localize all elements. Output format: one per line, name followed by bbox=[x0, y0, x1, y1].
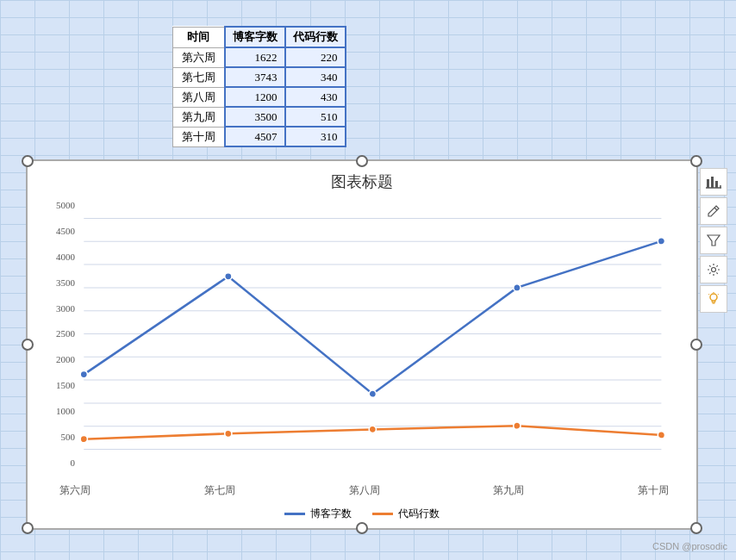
handle-bottom-right[interactable] bbox=[690, 522, 702, 534]
handle-bottom-mid[interactable] bbox=[356, 522, 368, 534]
watermark: CSDN @prosodic bbox=[652, 541, 727, 551]
y-label-2000: 2000 bbox=[32, 354, 75, 364]
svg-marker-27 bbox=[708, 235, 720, 246]
handle-top-right[interactable] bbox=[690, 155, 702, 167]
y-label-5000: 5000 bbox=[32, 200, 75, 210]
table-cell: 第八周 bbox=[173, 87, 225, 107]
legend-blog-line bbox=[284, 513, 305, 515]
svg-point-20 bbox=[658, 432, 664, 439]
x-label-week6: 第六周 bbox=[49, 483, 101, 498]
idea-icon bbox=[707, 292, 720, 306]
data-table-container: 时间 博客字数 代码行数 第六周1622220第七周3743340第八周1200… bbox=[172, 26, 346, 147]
table-cell: 第七周 bbox=[173, 67, 225, 87]
y-label-2500: 2500 bbox=[32, 328, 75, 339]
table-cell: 第六周 bbox=[173, 47, 225, 67]
legend-blog-label: 博客字数 bbox=[310, 507, 352, 521]
table-cell: 4507 bbox=[225, 127, 285, 146]
y-label-3500: 3500 bbox=[32, 277, 75, 288]
table-row: 第九周3500510 bbox=[173, 107, 346, 127]
legend-blog: 博客字数 bbox=[284, 507, 352, 521]
table-cell: 510 bbox=[285, 107, 346, 127]
table-cell: 3743 bbox=[225, 67, 285, 87]
svg-point-28 bbox=[712, 268, 716, 272]
col-header-blog: 博客字数 bbox=[225, 27, 285, 47]
svg-line-33 bbox=[718, 294, 719, 295]
table-row: 第六周1622220 bbox=[173, 47, 346, 67]
svg-point-12 bbox=[225, 273, 232, 280]
svg-point-18 bbox=[369, 426, 376, 432]
x-label-week9: 第九周 bbox=[483, 483, 534, 498]
handle-mid-right[interactable] bbox=[690, 339, 702, 351]
table-cell: 430 bbox=[285, 87, 346, 107]
y-label-4000: 4000 bbox=[32, 252, 75, 262]
y-label-3000: 3000 bbox=[32, 303, 75, 314]
chart-legend: 博客字数 代码行数 bbox=[284, 507, 440, 521]
edit-icon bbox=[707, 204, 720, 218]
handle-top-mid[interactable] bbox=[356, 155, 368, 167]
handle-top-left[interactable] bbox=[22, 155, 34, 167]
table-cell: 第十周 bbox=[173, 127, 225, 146]
x-label-week7: 第七周 bbox=[194, 483, 246, 498]
data-table: 时间 博客字数 代码行数 第六周1622220第七周3743340第八周1200… bbox=[172, 26, 346, 147]
svg-point-19 bbox=[514, 422, 521, 429]
svg-point-14 bbox=[514, 284, 521, 291]
table-row: 第十周4507310 bbox=[173, 127, 346, 146]
chart-svg bbox=[75, 200, 679, 468]
table-cell: 310 bbox=[285, 127, 346, 146]
svg-line-26 bbox=[714, 208, 717, 210]
edit-button[interactable] bbox=[700, 197, 727, 225]
col-header-code: 代码行数 bbox=[285, 27, 346, 47]
y-label-1000: 1000 bbox=[32, 406, 75, 416]
legend-code-label: 代码行数 bbox=[398, 507, 440, 521]
table-cell: 1200 bbox=[225, 87, 285, 107]
table-cell: 第九周 bbox=[173, 107, 225, 127]
table-cell: 1622 bbox=[225, 47, 285, 67]
y-label-0: 0 bbox=[32, 457, 75, 468]
legend-code-line bbox=[372, 513, 393, 515]
col-header-time: 时间 bbox=[173, 27, 225, 47]
filter-icon bbox=[707, 233, 720, 247]
legend-code: 代码行数 bbox=[372, 507, 440, 521]
svg-point-17 bbox=[225, 430, 232, 437]
svg-point-13 bbox=[369, 390, 376, 397]
table-cell: 3500 bbox=[225, 107, 285, 127]
y-label-4500: 4500 bbox=[32, 226, 75, 236]
table-row: 第七周3743340 bbox=[173, 67, 346, 87]
settings-button[interactable] bbox=[700, 256, 727, 283]
chart-container[interactable]: 图表标题 5000 4500 4000 3500 3000 2500 2000 … bbox=[26, 159, 698, 530]
svg-point-15 bbox=[658, 238, 664, 245]
y-label-500: 500 bbox=[32, 432, 75, 442]
table-row: 第八周1200430 bbox=[173, 87, 346, 107]
svg-rect-23 bbox=[715, 181, 718, 188]
svg-point-11 bbox=[80, 370, 87, 377]
table-cell: 220 bbox=[285, 47, 346, 67]
chart-toolbar bbox=[700, 168, 729, 313]
y-label-1500: 1500 bbox=[32, 380, 75, 390]
idea-button[interactable] bbox=[700, 285, 727, 313]
filter-button[interactable] bbox=[700, 227, 727, 254]
settings-icon bbox=[707, 263, 720, 277]
x-label-week8: 第八周 bbox=[339, 483, 390, 498]
handle-bottom-left[interactable] bbox=[22, 522, 34, 534]
svg-point-29 bbox=[710, 294, 717, 301]
svg-rect-22 bbox=[711, 177, 714, 188]
chart-type-button[interactable] bbox=[700, 168, 727, 196]
svg-rect-21 bbox=[707, 179, 709, 188]
x-label-week10: 第十周 bbox=[627, 483, 679, 498]
chart-type-icon bbox=[706, 174, 721, 190]
svg-line-32 bbox=[708, 294, 709, 295]
table-cell: 340 bbox=[285, 67, 346, 87]
svg-point-16 bbox=[80, 436, 87, 443]
